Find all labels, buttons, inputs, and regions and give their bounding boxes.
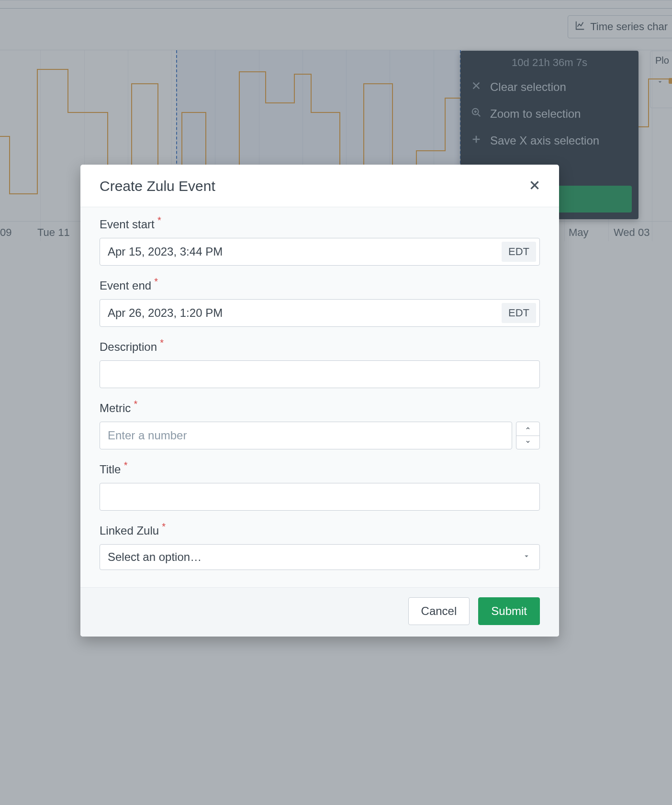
submit-button-label: Submit (491, 604, 527, 618)
cancel-button[interactable]: Cancel (408, 597, 470, 625)
metric-label: Metric * (100, 402, 131, 415)
select-placeholder: Select an option… (108, 550, 202, 564)
caret-down-icon (522, 552, 531, 562)
modal-title: Create Zulu Event (100, 178, 215, 194)
chevron-down-icon (524, 438, 532, 447)
modal-body: Event start * EDT Event end * EDT Descri… (80, 207, 559, 587)
description-field: Description * (100, 340, 540, 388)
required-asterisk-icon: * (162, 521, 166, 532)
create-zulu-event-modal: Create Zulu Event Event start * EDT Even… (80, 165, 559, 637)
required-asterisk-icon: * (134, 399, 138, 410)
field-label-text: Description (100, 340, 157, 353)
event-end-input[interactable] (100, 299, 540, 327)
metric-field: Metric * (100, 402, 540, 449)
event-start-input[interactable] (100, 238, 540, 266)
field-label-text: Event start (100, 218, 155, 231)
chevron-up-icon (524, 425, 532, 433)
event-end-field: Event end * EDT (100, 279, 540, 327)
description-label: Description * (100, 340, 157, 354)
metric-input[interactable] (100, 422, 512, 449)
metric-increment-button[interactable] (516, 422, 539, 436)
event-start-label: Event start * (100, 218, 155, 231)
close-icon (528, 185, 541, 193)
required-asterisk-icon: * (157, 215, 161, 226)
metric-stepper (516, 422, 540, 449)
submit-button[interactable]: Submit (478, 597, 540, 625)
linked-zulu-label: Linked Zulu * (100, 524, 159, 537)
timezone-badge: EDT (502, 242, 536, 262)
field-label-text: Event end (100, 279, 151, 292)
linked-zulu-field: Linked Zulu * Select an option… (100, 524, 540, 570)
title-label: Title * (100, 463, 121, 476)
modal-header: Create Zulu Event (80, 165, 559, 207)
title-input[interactable] (100, 483, 540, 511)
timezone-badge: EDT (502, 303, 536, 323)
required-asterisk-icon: * (154, 276, 158, 287)
description-input[interactable] (100, 360, 540, 388)
title-field: Title * (100, 463, 540, 511)
linked-zulu-select[interactable]: Select an option… (100, 544, 540, 570)
event-end-label: Event end * (100, 279, 151, 292)
modal-footer: Cancel Submit (80, 587, 559, 637)
field-label-text: Metric (100, 402, 131, 414)
metric-decrement-button[interactable] (516, 436, 539, 449)
field-label-text: Title (100, 463, 121, 476)
required-asterisk-icon: * (160, 337, 164, 348)
cancel-button-label: Cancel (421, 604, 457, 618)
modal-close-button[interactable] (526, 176, 544, 196)
field-label-text: Linked Zulu (100, 524, 159, 537)
event-start-field: Event start * EDT (100, 218, 540, 266)
required-asterisk-icon: * (124, 460, 128, 471)
